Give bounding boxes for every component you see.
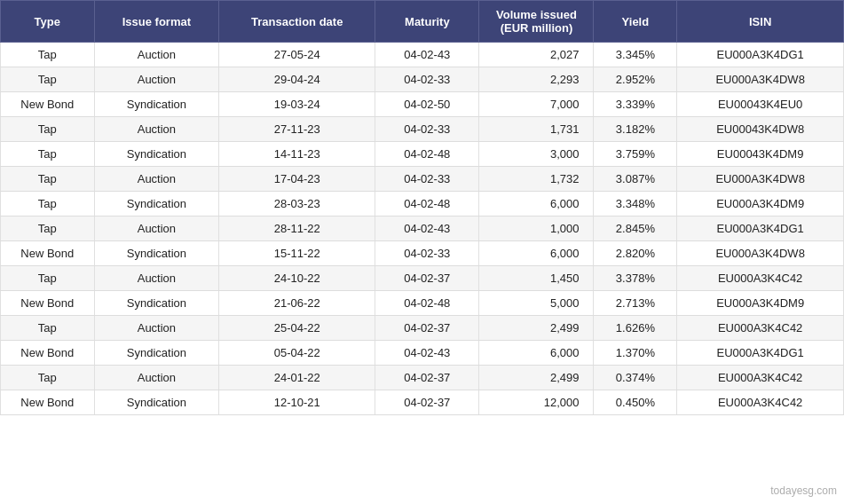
cell-isin: EU000A3K4DG1 (677, 43, 844, 67)
table-row: TapAuction17-04-2304-02-331,7323.087%EU0… (1, 167, 844, 192)
cell-yield: 2.713% (594, 291, 677, 316)
cell-type: Tap (1, 43, 95, 67)
cell-yield: 3.182% (594, 117, 677, 142)
cell-volume: 6,000 (479, 192, 594, 217)
cell-isin: EU000A3K4DW8 (677, 67, 844, 92)
cell-yield: 0.450% (594, 390, 677, 415)
cell-yield: 2.820% (594, 241, 677, 266)
cell-maturity: 04-02-37 (375, 366, 479, 390)
cell-isin: EU000A3K4DM9 (677, 192, 844, 217)
cell-type: Tap (1, 117, 95, 142)
cell-volume: 2,293 (479, 67, 594, 92)
col-maturity: Maturity (375, 1, 479, 43)
cell-maturity: 04-02-48 (375, 192, 479, 217)
table-header: Type Issue format Transaction date Matur… (1, 1, 844, 43)
cell-type: Tap (1, 217, 95, 241)
cell-issue_format: Syndication (94, 92, 219, 117)
cell-issue_format: Auction (94, 43, 219, 67)
cell-issue_format: Syndication (94, 142, 219, 167)
cell-type: New Bond (1, 92, 95, 117)
cell-transaction_date: 24-10-22 (219, 266, 375, 291)
table-row: New BondSyndication15-11-2204-02-336,000… (1, 241, 844, 266)
cell-volume: 1,450 (479, 266, 594, 291)
cell-volume: 2,027 (479, 43, 594, 67)
cell-volume: 2,499 (479, 316, 594, 341)
col-transaction-date: Transaction date (219, 1, 375, 43)
cell-yield: 2.952% (594, 67, 677, 92)
cell-transaction_date: 29-04-24 (219, 67, 375, 92)
cell-type: Tap (1, 167, 95, 192)
col-isin: ISIN (677, 1, 844, 43)
table-row: TapAuction24-01-2204-02-372,4990.374%EU0… (1, 366, 844, 390)
cell-yield: 3.378% (594, 266, 677, 291)
cell-issue_format: Auction (94, 67, 219, 92)
table-row: New BondSyndication05-04-2204-02-436,000… (1, 341, 844, 366)
cell-maturity: 04-02-43 (375, 217, 479, 241)
cell-maturity: 04-02-33 (375, 67, 479, 92)
cell-maturity: 04-02-33 (375, 241, 479, 266)
cell-yield: 1.370% (594, 341, 677, 366)
cell-type: Tap (1, 366, 95, 390)
cell-volume: 6,000 (479, 241, 594, 266)
table-row: TapSyndication14-11-2304-02-483,0003.759… (1, 142, 844, 167)
cell-issue_format: Auction (94, 266, 219, 291)
cell-transaction_date: 28-11-22 (219, 217, 375, 241)
cell-volume: 3,000 (479, 142, 594, 167)
cell-transaction_date: 27-11-23 (219, 117, 375, 142)
cell-issue_format: Syndication (94, 241, 219, 266)
cell-transaction_date: 24-01-22 (219, 366, 375, 390)
cell-maturity: 04-02-33 (375, 117, 479, 142)
cell-maturity: 04-02-37 (375, 266, 479, 291)
cell-maturity: 04-02-48 (375, 142, 479, 167)
cell-type: New Bond (1, 291, 95, 316)
data-table-container: Type Issue format Transaction date Matur… (0, 0, 844, 415)
cell-maturity: 04-02-37 (375, 316, 479, 341)
cell-volume: 12,000 (479, 390, 594, 415)
cell-volume: 1,000 (479, 217, 594, 241)
table-row: TapAuction29-04-2404-02-332,2932.952%EU0… (1, 67, 844, 92)
cell-volume: 1,731 (479, 117, 594, 142)
cell-maturity: 04-02-37 (375, 390, 479, 415)
cell-issue_format: Syndication (94, 390, 219, 415)
cell-type: New Bond (1, 341, 95, 366)
cell-issue_format: Syndication (94, 291, 219, 316)
cell-yield: 2.845% (594, 217, 677, 241)
cell-transaction_date: 25-04-22 (219, 316, 375, 341)
cell-isin: EU000A3K4DM9 (677, 291, 844, 316)
cell-volume: 6,000 (479, 341, 594, 366)
cell-type: New Bond (1, 241, 95, 266)
cell-transaction_date: 15-11-22 (219, 241, 375, 266)
cell-isin: EU000A3K4DG1 (677, 217, 844, 241)
cell-isin: EU000A3K4C42 (677, 316, 844, 341)
col-volume: Volume issued (EUR million) (479, 1, 594, 43)
cell-issue_format: Auction (94, 366, 219, 390)
cell-type: New Bond (1, 390, 95, 415)
cell-type: Tap (1, 192, 95, 217)
table-row: TapAuction28-11-2204-02-431,0002.845%EU0… (1, 217, 844, 241)
cell-transaction_date: 17-04-23 (219, 167, 375, 192)
cell-transaction_date: 12-10-21 (219, 390, 375, 415)
col-issue-format: Issue format (94, 1, 219, 43)
cell-maturity: 04-02-43 (375, 43, 479, 67)
cell-maturity: 04-02-33 (375, 167, 479, 192)
cell-maturity: 04-02-50 (375, 92, 479, 117)
cell-yield: 1.626% (594, 316, 677, 341)
cell-isin: EU000A3K4DW8 (677, 167, 844, 192)
cell-issue_format: Auction (94, 316, 219, 341)
cell-transaction_date: 05-04-22 (219, 341, 375, 366)
table-row: New BondSyndication12-10-2104-02-3712,00… (1, 390, 844, 415)
table-row: TapAuction25-04-2204-02-372,4991.626%EU0… (1, 316, 844, 341)
cell-transaction_date: 28-03-23 (219, 192, 375, 217)
cell-yield: 3.345% (594, 43, 677, 67)
cell-issue_format: Syndication (94, 192, 219, 217)
cell-issue_format: Auction (94, 117, 219, 142)
cell-isin: EU000A3K4C42 (677, 266, 844, 291)
cell-volume: 2,499 (479, 366, 594, 390)
col-type: Type (1, 1, 95, 43)
table-row: New BondSyndication21-06-2204-02-485,000… (1, 291, 844, 316)
cell-issue_format: Auction (94, 167, 219, 192)
cell-transaction_date: 21-06-22 (219, 291, 375, 316)
table-body: TapAuction27-05-2404-02-432,0273.345%EU0… (1, 43, 844, 415)
cell-yield: 0.374% (594, 366, 677, 390)
cell-volume: 5,000 (479, 291, 594, 316)
